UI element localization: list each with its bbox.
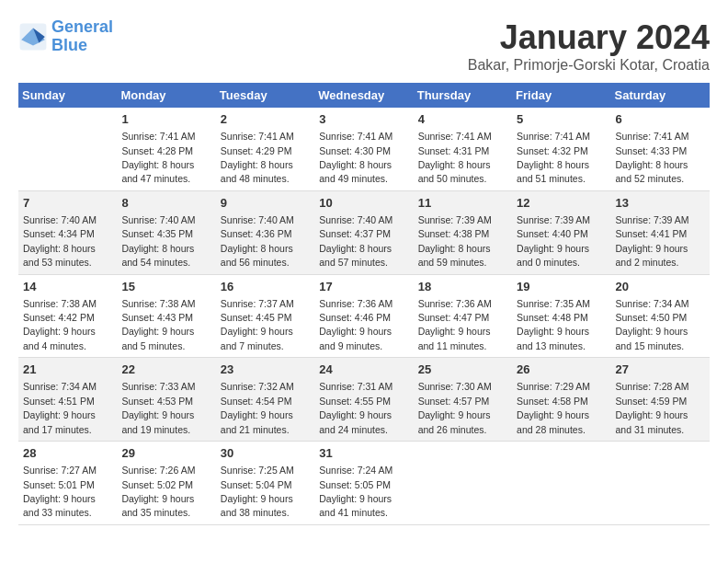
logo-general: General [51,17,113,36]
calendar-header: SundayMondayTuesdayWednesdayThursdayFrid… [18,83,710,108]
page-header: General Blue January 2024 Bakar, Primorj… [18,18,710,74]
daylight-text: Daylight: 8 hours and 56 minutes. [221,243,293,268]
sunrise-text: Sunrise: 7:25 AM [221,465,294,476]
calendar-body: 1Sunrise: 7:41 AMSunset: 4:28 PMDaylight… [18,108,710,524]
day-cell: 22Sunrise: 7:33 AMSunset: 4:53 PMDayligh… [117,358,215,442]
daylight-text: Daylight: 8 hours and 53 minutes. [23,243,96,268]
day-number: 27 [616,362,705,378]
daylight-text: Daylight: 9 hours and 15 minutes. [616,326,688,350]
day-number: 10 [319,195,408,212]
daylight-text: Daylight: 8 hours and 52 minutes. [616,159,688,184]
day-number: 28 [23,445,112,462]
logo: General Blue [18,18,113,55]
sunrise-text: Sunrise: 7:41 AM [418,131,492,142]
day-cell: 11Sunrise: 7:39 AMSunset: 4:38 PMDayligh… [414,190,512,274]
sunset-text: Sunset: 4:41 PM [616,228,688,239]
daylight-text: Daylight: 9 hours and 17 minutes. [23,409,96,434]
daylight-text: Daylight: 9 hours and 7 minutes. [221,326,293,350]
daylight-text: Daylight: 8 hours and 54 minutes. [121,243,194,268]
daylight-text: Daylight: 9 hours and 11 minutes. [418,326,491,350]
calendar-table: SundayMondayTuesdayWednesdayThursdayFrid… [18,83,710,525]
sunset-text: Sunset: 4:36 PM [221,228,292,239]
sunrise-text: Sunrise: 7:34 AM [23,381,97,392]
day-cell: 20Sunrise: 7:34 AMSunset: 4:50 PMDayligh… [611,274,710,358]
sunrise-text: Sunrise: 7:36 AM [319,298,392,309]
logo-icon [18,22,48,52]
weekday-header-thursday: Thursday [414,83,512,108]
day-cell: 16Sunrise: 7:37 AMSunset: 4:45 PMDayligh… [216,274,314,358]
sunset-text: Sunset: 4:47 PM [418,312,490,323]
day-number: 25 [418,362,507,378]
sunrise-text: Sunrise: 7:26 AM [121,465,195,476]
day-number: 5 [517,111,606,128]
day-number: 8 [121,195,210,212]
sunset-text: Sunset: 4:37 PM [319,228,391,239]
sunset-text: Sunset: 4:28 PM [121,145,193,156]
week-row-2: 7Sunrise: 7:40 AMSunset: 4:34 PMDaylight… [18,190,710,274]
sunset-text: Sunset: 4:31 PM [418,145,490,156]
sunrise-text: Sunrise: 7:39 AM [616,214,689,225]
day-number: 29 [121,445,210,462]
sunrise-text: Sunrise: 7:41 AM [517,131,590,142]
daylight-text: Daylight: 9 hours and 21 minutes. [221,409,293,434]
daylight-text: Daylight: 9 hours and 41 minutes. [319,493,392,518]
day-cell: 25Sunrise: 7:30 AMSunset: 4:57 PMDayligh… [414,358,512,442]
week-row-3: 14Sunrise: 7:38 AMSunset: 4:42 PMDayligh… [18,274,710,358]
daylight-text: Daylight: 9 hours and 31 minutes. [616,409,688,434]
sunset-text: Sunset: 4:59 PM [616,396,688,407]
day-number: 4 [418,111,507,128]
day-cell: 30Sunrise: 7:25 AMSunset: 5:04 PMDayligh… [216,442,314,525]
sunrise-text: Sunrise: 7:24 AM [319,465,392,476]
sunrise-text: Sunrise: 7:35 AM [517,298,590,309]
title-block: January 2024 Bakar, Primorje-Gorski Kota… [468,18,710,74]
day-cell: 23Sunrise: 7:32 AMSunset: 4:54 PMDayligh… [216,358,314,442]
daylight-text: Daylight: 9 hours and 19 minutes. [121,409,194,434]
sunset-text: Sunset: 4:32 PM [517,145,588,156]
day-number: 14 [23,279,112,295]
daylight-text: Daylight: 9 hours and 26 minutes. [418,409,491,434]
day-cell [512,442,610,525]
daylight-text: Daylight: 8 hours and 59 minutes. [418,243,491,268]
day-cell: 8Sunrise: 7:40 AMSunset: 4:35 PMDaylight… [117,190,215,274]
sunrise-text: Sunrise: 7:38 AM [121,298,195,309]
day-cell [414,442,512,525]
sunset-text: Sunset: 5:01 PM [23,479,95,490]
day-cell: 2Sunrise: 7:41 AMSunset: 4:29 PMDaylight… [216,108,314,190]
daylight-text: Daylight: 9 hours and 13 minutes. [517,326,589,350]
day-number: 11 [418,195,507,212]
sunrise-text: Sunrise: 7:40 AM [221,214,294,225]
day-number: 12 [517,195,606,212]
sunset-text: Sunset: 4:34 PM [23,228,95,239]
day-number: 2 [221,111,310,128]
weekday-header-friday: Friday [512,83,610,108]
day-cell: 19Sunrise: 7:35 AMSunset: 4:48 PMDayligh… [512,274,610,358]
sunset-text: Sunset: 4:38 PM [418,228,490,239]
daylight-text: Daylight: 8 hours and 51 minutes. [517,159,589,184]
sunset-text: Sunset: 5:05 PM [319,479,391,490]
daylight-text: Daylight: 8 hours and 47 minutes. [121,159,194,184]
sunrise-text: Sunrise: 7:34 AM [616,298,689,309]
weekday-header-tuesday: Tuesday [216,83,314,108]
week-row-4: 21Sunrise: 7:34 AMSunset: 4:51 PMDayligh… [18,358,710,442]
day-number: 22 [121,362,210,378]
sunset-text: Sunset: 4:33 PM [616,145,688,156]
day-number: 6 [616,111,705,128]
sunset-text: Sunset: 5:02 PM [121,479,193,490]
sunrise-text: Sunrise: 7:29 AM [517,381,590,392]
weekday-header-monday: Monday [117,83,215,108]
day-cell: 21Sunrise: 7:34 AMSunset: 4:51 PMDayligh… [18,358,117,442]
daylight-text: Daylight: 9 hours and 38 minutes. [221,493,293,518]
day-cell: 29Sunrise: 7:26 AMSunset: 5:02 PMDayligh… [117,442,215,525]
sunrise-text: Sunrise: 7:40 AM [23,214,97,225]
day-cell: 3Sunrise: 7:41 AMSunset: 4:30 PMDaylight… [314,108,413,190]
day-cell: 12Sunrise: 7:39 AMSunset: 4:40 PMDayligh… [512,190,610,274]
sunrise-text: Sunrise: 7:32 AM [221,381,294,392]
sunrise-text: Sunrise: 7:41 AM [121,131,195,142]
day-cell [18,108,117,190]
sunrise-text: Sunrise: 7:31 AM [319,381,392,392]
daylight-text: Daylight: 8 hours and 50 minutes. [418,159,491,184]
month-title: January 2024 [468,18,710,57]
day-number: 17 [319,279,408,295]
sunrise-text: Sunrise: 7:37 AM [221,298,294,309]
sunrise-text: Sunrise: 7:39 AM [418,214,492,225]
